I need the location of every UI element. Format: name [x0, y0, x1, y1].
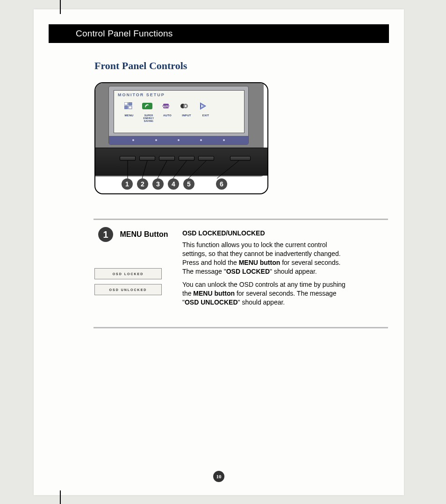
label-menu: MENU — [119, 114, 139, 122]
menu-icon — [123, 102, 134, 110]
menu-button-label: MENU Button — [120, 230, 168, 239]
callout-3: 3 — [152, 178, 164, 190]
svg-text:AUTO: AUTO — [163, 105, 169, 108]
svg-line-11 — [142, 161, 147, 178]
page: Control Panel Functions Front Panel Cont… — [34, 9, 404, 495]
svg-rect-1 — [129, 102, 132, 105]
exit-icon — [198, 102, 209, 110]
svg-line-14 — [188, 161, 206, 178]
page-header: Control Panel Functions — [49, 24, 389, 43]
input-icon — [180, 102, 190, 110]
menu-button-section: 1 MENU Button OSD LOCKED OSD UNLOCKED OS… — [94, 227, 393, 312]
callout-numbers: 1 2 3 4 5 6 — [122, 178, 227, 190]
label-input: INPUT — [177, 114, 196, 122]
svg-rect-4 — [142, 103, 152, 109]
monitor-illustration: MONITOR SETUP AUTO — [94, 82, 268, 194]
callout-5: 5 — [183, 178, 194, 190]
page-number: 10 — [213, 471, 224, 482]
monitor-setup-title: MONITOR SETUP — [118, 92, 165, 97]
label-super-energy-saving: SUPERENERGYSAVING — [139, 114, 158, 122]
section-badge-1: 1 — [98, 227, 113, 242]
callout-4: 4 — [168, 178, 179, 190]
energy-saving-icon — [142, 102, 152, 110]
svg-line-15 — [217, 161, 239, 178]
auto-icon: AUTO — [161, 102, 171, 110]
callout-2: 2 — [137, 178, 148, 190]
callout-6: 6 — [216, 178, 227, 190]
svg-point-9 — [185, 105, 187, 107]
header-title: Control Panel Functions — [76, 28, 173, 39]
svg-line-13 — [173, 161, 187, 178]
svg-rect-0 — [124, 102, 128, 105]
section-title: Front Panel Controls — [94, 60, 187, 72]
osd-locked-box: OSD LOCKED — [94, 268, 162, 279]
svg-rect-2 — [124, 106, 128, 109]
callout-1: 1 — [122, 178, 133, 190]
osd-unlocked-box: OSD UNLOCKED — [94, 284, 162, 295]
svg-line-12 — [158, 161, 167, 178]
label-auto: AUTO — [158, 114, 177, 122]
callout-lines — [95, 161, 268, 179]
label-exit: EXIT — [196, 114, 215, 122]
divider-bottom — [94, 327, 388, 328]
divider-top — [94, 219, 388, 220]
osd-para-2: You can unlock the OSD controls at any t… — [182, 280, 346, 307]
physical-buttons — [120, 156, 251, 161]
osd-para-1: This function allows you to lock the cur… — [182, 241, 346, 276]
svg-rect-3 — [129, 106, 132, 109]
osd-heading: OSD LOCKED/UNLOCKED — [182, 229, 393, 238]
